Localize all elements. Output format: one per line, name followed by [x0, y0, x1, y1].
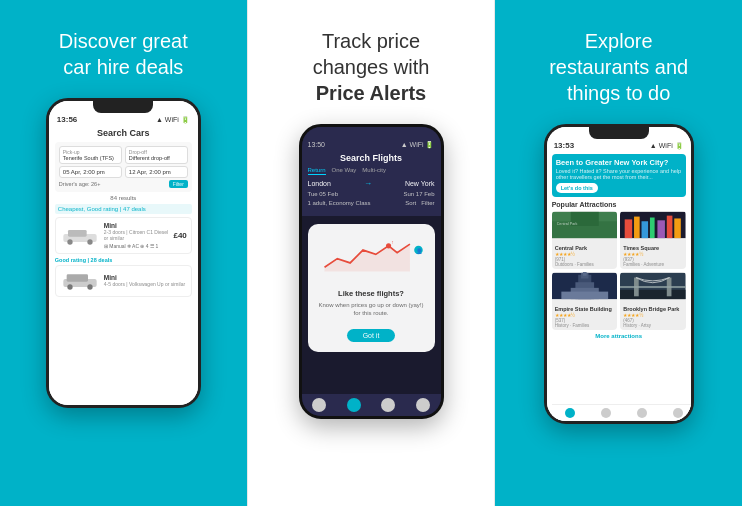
panel3-title: Explore restaurants and things to do: [549, 28, 688, 106]
flight-screen-title: Search Flights: [308, 153, 435, 163]
svg-text:👤: 👤: [415, 248, 422, 255]
attraction-central-park[interactable]: Central Park Central Park ★★★★½ (971) Ou…: [552, 211, 618, 269]
status-bar: 13:56 ▲ WiFi 🔋: [55, 115, 192, 124]
end-date-field: 12 Apr, 2:00 pm: [125, 166, 188, 178]
results-count: 84 results: [55, 195, 192, 201]
panel-price-alerts: Track price changes with Price Alerts 13…: [247, 0, 496, 506]
price-alert-popup: ↑ 👤 Like these flights? Know when prices…: [308, 224, 435, 352]
svg-text:Central Park: Central Park: [556, 222, 577, 226]
popup-desc: Know when prices go up or down (yay!) fo…: [316, 301, 427, 318]
panel-car-hire: Discover great car hire deals 13:56 ▲ Wi…: [0, 0, 247, 506]
svg-text:↑: ↑: [391, 239, 394, 245]
lets-do-button[interactable]: Let's do this: [556, 183, 598, 193]
flight-date2: Sun 17 Feb: [403, 191, 434, 197]
pickup-field: Pick-up Tenerife South (TFS): [59, 146, 122, 164]
flight-bottom-bar: [302, 394, 441, 416]
nav-profile[interactable]: [673, 408, 683, 418]
explore-time: 13:53: [554, 141, 574, 150]
route-arrow-icon: →: [364, 179, 372, 188]
panel2-title-bold: Price Alerts: [316, 82, 426, 104]
destination-city: New York: [405, 180, 435, 187]
trip-type-row: Return One Way Multi-city: [308, 167, 435, 175]
panel2-title: Track price changes with Price Alerts: [313, 28, 430, 106]
svg-rect-22: [650, 218, 655, 239]
explore-status-bar: 13:53 ▲ WiFi 🔋: [552, 141, 686, 150]
panel2-title-line1: Track price: [322, 30, 420, 52]
svg-point-2: [67, 239, 72, 244]
car-screen-title: Search Cars: [55, 128, 192, 138]
flights-filter-button[interactable]: Filter: [421, 200, 434, 206]
svg-rect-25: [674, 218, 681, 238]
status-icons: ▲ WiFi 🔋: [156, 116, 190, 124]
car-screen: 13:56 ▲ WiFi 🔋 Search Cars Pick-up Tener…: [49, 101, 198, 405]
nav-icon-3[interactable]: [381, 398, 395, 412]
flight-time: 13:50: [308, 141, 326, 149]
explore-banner: Been to Greater New York City? Loved it?…: [552, 154, 686, 197]
panel1-title-line2: car hire deals: [63, 56, 183, 78]
nav-search[interactable]: [601, 408, 611, 418]
status-time: 13:56: [57, 115, 77, 124]
attraction-info-cp: Central Park ★★★★½ (971) Outdoors · Fami…: [552, 243, 618, 269]
nav-bookmarks[interactable]: [637, 408, 647, 418]
phone-notch-explore: [589, 127, 649, 139]
nav-icon-2[interactable]: [347, 398, 361, 412]
svg-rect-29: [583, 272, 587, 276]
central-park-image: Central Park: [552, 211, 618, 239]
attraction-tags-bb: History · Artsy: [623, 323, 683, 328]
attractions-grid: Central Park Central Park ★★★★½ (971) Ou…: [552, 211, 686, 330]
section2-label: Good rating | 28 deals: [55, 257, 192, 263]
car1-desc: 2-3 doors | Citroen C1 Diesel or similar: [104, 229, 170, 241]
svg-rect-5: [66, 274, 87, 281]
attraction-tags-esb: History · Families: [555, 323, 615, 328]
explore-status-icons: ▲ WiFi 🔋: [650, 142, 684, 150]
origin-city: London: [308, 180, 331, 187]
svg-rect-24: [667, 216, 673, 238]
empire-state-image: [552, 272, 618, 300]
attraction-info-esb: Empire State Building ★★★★½ (537) Histor…: [552, 304, 618, 330]
phone-explore: 13:53 ▲ WiFi 🔋 Been to Greater New York …: [544, 124, 694, 424]
pax-row: 1 adult, Economy Class Sort Filter: [308, 200, 435, 206]
panel-explore: Explore restaurants and things to do 13:…: [495, 0, 742, 506]
explore-screen: 13:53 ▲ WiFi 🔋 Been to Greater New York …: [547, 127, 691, 421]
panel1-title-line1: Discover great: [59, 30, 188, 52]
car2-name: Mini: [104, 274, 187, 281]
more-attractions-link[interactable]: More attractions: [552, 333, 686, 339]
nav-icon-1[interactable]: [312, 398, 326, 412]
svg-rect-1: [68, 230, 87, 237]
panel2-title-line2: changes with: [313, 56, 430, 78]
svg-point-6: [67, 284, 72, 289]
dates-row-flights: Tue 05 Feb Sun 17 Feb: [308, 191, 435, 197]
attraction-times-square[interactable]: Times Square ★★★★½ (937) Families · Adve…: [620, 211, 686, 269]
svg-point-3: [87, 239, 92, 244]
attraction-empire-state[interactable]: Empire State Building ★★★★½ (537) Histor…: [552, 272, 618, 330]
filter-button[interactable]: Filter: [169, 180, 188, 188]
attraction-brooklyn-bridge[interactable]: Brooklyn Bridge Park ★★★★½ (467) History…: [620, 272, 686, 330]
svg-rect-20: [634, 217, 640, 239]
sort-button[interactable]: Sort: [405, 200, 416, 206]
pax-info: 1 adult, Economy Class: [308, 200, 371, 206]
brooklyn-bridge-image: [620, 272, 686, 300]
nav-home[interactable]: [565, 408, 575, 418]
car2-desc: 4-5 doors | Volkswagen Up or similar: [104, 281, 187, 287]
popup-title: Like these flights?: [316, 289, 427, 298]
route-row: London → New York: [308, 179, 435, 188]
panel3-title-line2: restaurants: [549, 56, 649, 78]
price-chart: ↑ 👤: [316, 234, 427, 279]
attraction-tags-ts: Families · Adventure: [623, 262, 683, 267]
car1-info: Mini 2-3 doors | Citroen C1 Diesel or si…: [104, 222, 170, 249]
nav-icon-4[interactable]: [416, 398, 430, 412]
flight-screen: 13:50 ▲ WiFi 🔋 Search Flights Return One…: [302, 127, 441, 416]
attraction-info-bb: Brooklyn Bridge Park ★★★★½ (467) History…: [620, 304, 686, 330]
explore-bottom-nav: [552, 404, 691, 421]
dates-row: 05 Apr, 2:00 pm 12 Apr, 2:00 pm: [59, 166, 188, 178]
car1-specs: ⊞ Manual ❄ AC ⊕ 4 ☰ 1: [104, 243, 170, 249]
flight-header: 13:50 ▲ WiFi 🔋 Search Flights Return One…: [302, 127, 441, 216]
car1-image: [60, 225, 100, 247]
phone-notch: [93, 101, 153, 113]
popular-attractions-label: Popular Attractions: [552, 201, 686, 208]
popup-got-it-button[interactable]: Got it: [347, 329, 396, 342]
banner-title: Been to Greater New York City?: [556, 158, 682, 167]
car2-info: Mini 4-5 doors | Volkswagen Up or simila…: [104, 274, 187, 289]
section1-header: Cheapest, Good rating | 47 deals: [55, 204, 192, 214]
svg-rect-19: [625, 219, 632, 238]
